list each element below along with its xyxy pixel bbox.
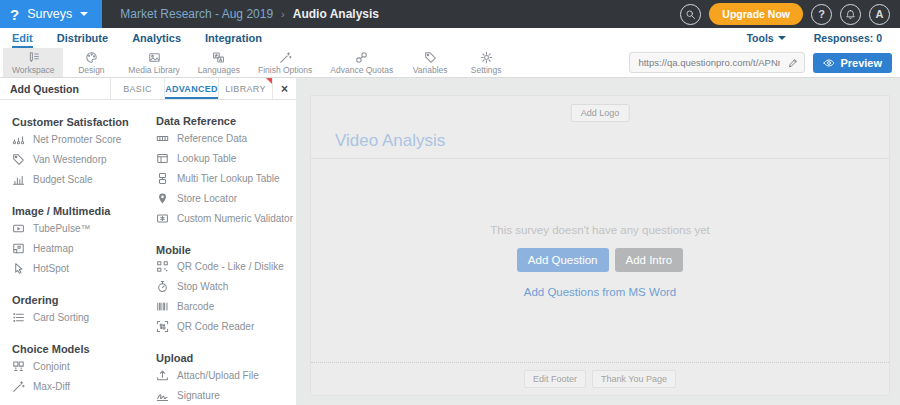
questionpro-logo-icon: ? — [10, 7, 19, 22]
toolbar-item-design[interactable]: Design — [63, 48, 119, 77]
question-types-column-2: Data ReferenceReference DataLookup Table… — [154, 100, 296, 405]
video-icon — [12, 222, 25, 235]
question-type-label: Reference Data — [177, 133, 247, 144]
search-icon — [685, 9, 696, 20]
pencil-icon — [788, 58, 798, 68]
question-type-custom-numeric-validator[interactable]: Custom Numeric Validator — [156, 208, 296, 228]
question-type-max-diff[interactable]: Max-Diff — [12, 376, 154, 396]
menu-bar: EditDistributeAnalyticsIntegration Tools… — [0, 28, 900, 48]
breadcrumb-folder-link[interactable]: Market Research - Aug 2019 — [120, 7, 273, 21]
question-type-store-locator[interactable]: Store Locator — [156, 188, 296, 208]
toolbar-item-settings[interactable]: Settings — [458, 48, 514, 77]
survey-title[interactable]: Video Analysis — [335, 131, 445, 151]
add-logo-button[interactable]: Add Logo — [571, 104, 630, 122]
question-type-attach-upload-file[interactable]: Attach/Upload File — [156, 365, 296, 385]
preview-button[interactable]: Preview — [813, 53, 892, 73]
section-heading-upload: Upload — [156, 350, 296, 365]
avatar[interactable]: A — [869, 4, 890, 25]
preview-label: Preview — [840, 57, 882, 69]
toolbar-item-media-library[interactable]: Media Library — [119, 48, 189, 77]
stacked-boxes-icon — [156, 172, 169, 185]
question-type-lookup-table[interactable]: Lookup Table — [156, 149, 296, 169]
breadcrumb-current-survey: Audio Analysis — [293, 7, 379, 21]
question-type-card-sorting[interactable]: Card Sorting — [12, 307, 154, 327]
survey-url-input[interactable] — [630, 57, 782, 68]
add-intro-button[interactable]: Add Intro — [615, 248, 684, 272]
menu-item-integration[interactable]: Integration — [205, 28, 262, 48]
toolbar-item-label: Languages — [198, 65, 240, 75]
help-button[interactable]: ? — [811, 4, 832, 25]
question-type-hotspot[interactable]: HotSpot — [12, 258, 154, 278]
notifications-button[interactable] — [840, 4, 861, 25]
toolbar-right: Preview — [629, 48, 900, 77]
question-type-qr-code-reader[interactable]: QR Code Reader — [156, 317, 296, 337]
close-panel-button[interactable]: × — [272, 78, 296, 99]
question-type-label: Lookup Table — [177, 153, 236, 164]
question-type-label: Store Locator — [177, 193, 237, 204]
toolbar-item-languages[interactable]: Languages — [189, 48, 249, 77]
surveys-product-switcher[interactable]: ? Surveys — [0, 0, 102, 28]
question-type-label: Max-Diff — [33, 381, 70, 392]
add-questions-from-ms-word-link[interactable]: Add Questions from MS Word — [524, 286, 677, 298]
question-type-multi-tier-lookup-table[interactable]: Multi Tier Lookup Table — [156, 169, 296, 189]
quota-links-icon — [355, 51, 368, 64]
grid-icon — [12, 360, 25, 373]
design-icon — [85, 51, 98, 64]
question-type-qr-code-like-dislike[interactable]: QR Code - Like / Dislike — [156, 257, 296, 277]
question-type-label: Signature — [177, 390, 220, 401]
question-type-conjoint[interactable]: Conjoint — [12, 356, 154, 376]
question-type-label: Barcode — [177, 301, 214, 312]
breadcrumb: Market Research - Aug 2019 › Audio Analy… — [120, 7, 379, 21]
tab-library[interactable]: LIBRARY — [218, 78, 272, 99]
question-type-label: Attach/Upload File — [177, 370, 259, 381]
tab-basic[interactable]: BASIC — [110, 78, 164, 99]
question-type-net-promoter-score[interactable]: Net Promoter Score — [12, 129, 154, 149]
menu-item-analytics[interactable]: Analytics — [132, 28, 181, 48]
question-type-heatmap[interactable]: Heatmap — [12, 238, 154, 258]
list-icon — [12, 311, 25, 324]
question-type-label: HotSpot — [33, 263, 69, 274]
question-type-label: QR Code Reader — [177, 321, 254, 332]
question-type-stop-watch[interactable]: Stop Watch — [156, 277, 296, 297]
tools-menu-button[interactable]: Tools — [746, 32, 785, 44]
search-button[interactable] — [680, 4, 701, 25]
thank-you-page-button[interactable]: Thank You Page — [592, 370, 676, 388]
question-type-barcode[interactable]: Barcode — [156, 297, 296, 317]
section-heading-customer-satisfaction: Customer Satisfaction — [12, 114, 154, 129]
toolbar-item-variables[interactable]: Variables — [402, 48, 458, 77]
upgrade-now-button[interactable]: Upgrade Now — [709, 3, 803, 25]
product-name: Surveys — [27, 7, 72, 21]
question-type-label: Net Promoter Score — [33, 134, 121, 145]
tab-advanced[interactable]: ADVANCED — [164, 78, 218, 99]
question-type-budget-scale[interactable]: Budget Scale — [12, 169, 154, 189]
panel-header: Add Question BASIC ADVANCED LIBRARY × — [0, 78, 296, 100]
toolbar-item-label: Advance Quotas — [330, 65, 393, 75]
workspace-icon — [27, 51, 40, 64]
menu-item-edit[interactable]: Edit — [12, 28, 33, 48]
question-type-tubepulse[interactable]: TubePulse™ — [12, 218, 154, 238]
toolbar-item-finish-options[interactable]: Finish Options — [249, 48, 321, 77]
eye-icon — [823, 57, 835, 69]
responses-count[interactable]: Responses: 0 — [814, 32, 882, 44]
question-type-signature[interactable]: Signature — [156, 385, 296, 405]
empty-state: This survey doesn't have any questions y… — [311, 159, 889, 362]
add-question-button[interactable]: Add Question — [517, 248, 609, 272]
top-bar: ? Surveys Market Research - Aug 2019 › A… — [0, 0, 900, 28]
add-question-panel: Add Question BASIC ADVANCED LIBRARY × Cu… — [0, 78, 296, 405]
question-types-column-1: Customer SatisfactionNet Promoter ScoreV… — [12, 100, 154, 405]
edit-footer-button[interactable]: Edit Footer — [524, 370, 586, 388]
toolbar-item-label: Workspace — [12, 65, 54, 75]
barcode-icon — [156, 300, 169, 313]
table-icon — [156, 152, 169, 165]
edit-url-button[interactable] — [782, 53, 804, 72]
bar-chart-icon — [12, 173, 25, 186]
question-type-label: TubePulse™ — [33, 223, 90, 234]
toolbar-item-workspace[interactable]: Workspace — [3, 48, 63, 77]
toolbar-item-label: Media Library — [128, 65, 180, 75]
menu-item-distribute[interactable]: Distribute — [57, 28, 108, 48]
question-type-van-westendorp[interactable]: Van Westendorp — [12, 149, 154, 169]
toolbar-item-label: Settings — [471, 65, 502, 75]
question-type-reference-data[interactable]: Reference Data — [156, 129, 296, 149]
toolbar-item-advance-quotas[interactable]: Advance Quotas — [321, 48, 402, 77]
section-heading-mobile: Mobile — [156, 242, 296, 257]
